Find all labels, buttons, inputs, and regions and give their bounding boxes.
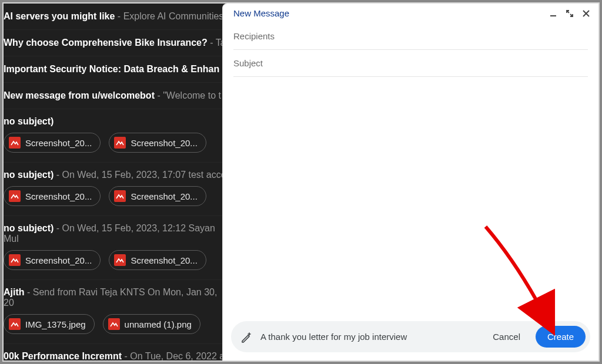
attachment-name: Screenshot_20...: [25, 138, 92, 148]
attachment-chip[interactable]: Screenshot_20...: [4, 133, 101, 153]
message-block[interactable]: no subject) - On Wed, 15 Feb, 2023, 12:1…: [4, 216, 227, 280]
message-block[interactable]: no subject) - On Wed, 15 Feb, 2023, 17:0…: [4, 163, 227, 216]
message-block[interactable]: Ajith - Send from Ravi Teja KNTS On Mon,…: [4, 280, 227, 344]
fullscreen-icon[interactable]: [566, 9, 574, 18]
attachment-chip[interactable]: IMG_1375.jpeg: [4, 314, 95, 334]
message-row[interactable]: Why choose Comprehensive Bike Insurance?…: [4, 30, 227, 56]
image-icon: [114, 190, 126, 202]
image-icon: [9, 318, 21, 330]
message-row[interactable]: New message from u/welcomebot - "Welcome…: [4, 83, 227, 109]
minimize-icon[interactable]: [549, 9, 557, 18]
attachment-chip[interactable]: Screenshot_20...: [4, 186, 101, 206]
message-subject: Why choose Comprehensive Bike Insurance?: [4, 38, 208, 48]
close-icon[interactable]: [582, 9, 590, 18]
image-icon: [9, 190, 21, 202]
message-block[interactable]: no subject) Screenshot_20... Screenshot_…: [4, 109, 227, 163]
inbox-list: AI servers you might like - Explore AI C…: [4, 4, 227, 360]
create-button[interactable]: Create: [536, 326, 586, 348]
attachment-name: Screenshot_20...: [131, 138, 197, 148]
window-controls: [549, 9, 590, 18]
compose-title: New Message: [233, 8, 289, 18]
attachment-row: Screenshot_20... Screenshot_20...: [4, 133, 227, 163]
image-icon: [114, 254, 126, 266]
magic-pen-icon: [240, 331, 252, 343]
attachment-row: Screenshot_20... Screenshot_20...: [4, 250, 227, 280]
message-subject: New message from u/welcomebot: [4, 90, 155, 100]
message-subject: 00k Performance Incremnt: [4, 351, 122, 360]
message-preview: - Send from Ravi Teja KNTS On Mon, Jan 3…: [4, 287, 217, 308]
message-subject: AI servers you might like: [4, 11, 115, 21]
attachment-name: Screenshot_20...: [131, 191, 197, 201]
message-preview: - On Wed, 15 Feb, 2023, 17:07 test acco: [53, 170, 226, 180]
message-preview: - Explore AI Communities: [115, 11, 223, 21]
attachment-row: IMG_1375.jpeg unnamed (1).png: [4, 314, 227, 344]
message-subject: Ajith: [4, 287, 25, 297]
attachment-name: IMG_1375.jpeg: [25, 319, 86, 329]
ai-prompt-input[interactable]: A thank you letter for my job interview: [260, 332, 477, 342]
message-block[interactable]: 00k Performance Incremnt - On Tue, Dec 6…: [4, 344, 227, 360]
attachment-name: Screenshot_20...: [25, 255, 92, 265]
attachment-row: Screenshot_20... Screenshot_20...: [4, 186, 227, 216]
ai-bar: A thank you letter for my job interview …: [231, 321, 590, 352]
attachment-name: Screenshot_20...: [131, 255, 197, 265]
attachment-name: Screenshot_20...: [25, 191, 92, 201]
subject-field[interactable]: Subject: [233, 50, 588, 77]
attachment-chip[interactable]: Screenshot_20...: [4, 250, 101, 270]
app-frame: AI servers you might like - Explore AI C…: [2, 2, 600, 362]
cancel-button[interactable]: Cancel: [486, 327, 527, 346]
attachment-chip[interactable]: unnamed (1).png: [103, 314, 200, 334]
message-subject: no subject): [4, 223, 53, 233]
message-preview: - On Tue, Dec 6, 2022 a: [122, 351, 225, 360]
image-icon: [108, 318, 120, 330]
attachment-chip[interactable]: Screenshot_20...: [109, 250, 206, 270]
message-row[interactable]: Important Security Notice: Data Breach &…: [4, 56, 227, 83]
message-subject: no subject): [4, 170, 53, 180]
compose-panel: New Message Recipients Subject A thank y…: [222, 4, 598, 360]
recipients-field[interactable]: Recipients: [233, 23, 588, 50]
image-icon: [9, 254, 21, 266]
attachment-chip[interactable]: Screenshot_20...: [109, 133, 206, 153]
image-icon: [114, 137, 126, 149]
compose-header: New Message: [223, 4, 598, 23]
image-icon: [9, 137, 21, 149]
message-preview: - "Welcome to t: [155, 90, 221, 100]
message-subject: Important Security Notice: Data Breach &…: [4, 64, 219, 74]
attachment-chip[interactable]: Screenshot_20...: [109, 186, 206, 206]
message-subject: no subject): [4, 116, 53, 126]
compose-body[interactable]: [223, 77, 598, 321]
attachment-name: unnamed (1).png: [125, 319, 192, 329]
message-row[interactable]: AI servers you might like - Explore AI C…: [4, 4, 227, 30]
